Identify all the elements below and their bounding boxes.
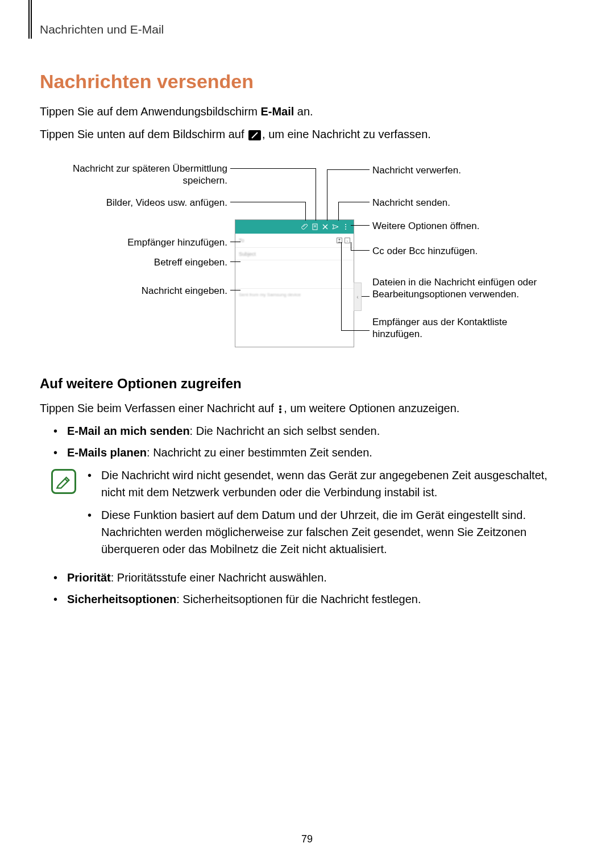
option-desc: : Prioritätsstufe einer Nachricht auswäh… xyxy=(111,571,327,584)
body-area xyxy=(235,260,354,289)
screen-mockup: To ⌄ Subject Sent from my Samsung device xyxy=(235,219,354,347)
svg-point-7 xyxy=(345,229,346,230)
subject-placeholder: Subject xyxy=(239,251,256,257)
svg-point-5 xyxy=(345,224,346,225)
leader-line xyxy=(351,242,351,250)
section-header: Nachrichten und E-Mail xyxy=(40,23,574,36)
option-desc: : Nachricht zu einer bestimmten Zeit sen… xyxy=(147,446,372,459)
to-row: To ⌄ xyxy=(235,234,354,248)
option-list-cont: Priorität: Prioritätsstufe einer Nachric… xyxy=(53,569,574,608)
leader-line xyxy=(327,169,370,170)
leader-line xyxy=(230,202,305,202)
text: Tippen Sie auf dem Anwendungsbildschirm xyxy=(40,105,260,118)
list-item: Priorität: Prioritätsstufe einer Nachric… xyxy=(53,569,574,586)
option-desc: : Die Nachricht an sich selbst senden. xyxy=(190,425,380,437)
text: Tippen Sie unten auf dem Bildschirm auf xyxy=(40,128,247,140)
leader-line xyxy=(351,250,370,251)
option-name: Sicherheitsoptionen xyxy=(67,593,176,605)
header-rule xyxy=(28,0,32,39)
note-item: Diese Funktion basiert auf dem Datum und… xyxy=(88,506,574,558)
list-item: E-Mail an mich senden: Die Nachricht an … xyxy=(53,422,574,439)
leader-line xyxy=(338,202,339,221)
note-list: Die Nachricht wird nicht gesendet, wenn … xyxy=(88,467,574,563)
signature: Sent from my Samsung device xyxy=(235,289,354,301)
svg-point-6 xyxy=(345,226,346,227)
subject-row: Subject xyxy=(235,248,354,260)
more-icon xyxy=(279,405,281,414)
page-number: 79 xyxy=(0,833,614,845)
option-name: Priorität xyxy=(67,571,111,584)
expand-icon: ⌄ xyxy=(345,238,350,243)
toolbar xyxy=(235,220,354,234)
list-item: Sicherheitsoptionen: Sicherheitsoptionen… xyxy=(53,591,574,608)
leader-line xyxy=(230,242,240,242)
compose-diagram: To ⌄ Subject Sent from my Samsung device… xyxy=(68,160,546,353)
option-list: E-Mail an mich senden: Die Nachricht an … xyxy=(53,422,574,461)
leader-line xyxy=(230,261,240,262)
leader-line xyxy=(351,225,370,226)
send-icon xyxy=(332,223,339,230)
leader-line xyxy=(316,168,316,221)
page-heading: Nachrichten versenden xyxy=(40,70,574,93)
side-tab: ‹ xyxy=(354,283,362,311)
leader-line xyxy=(327,169,327,221)
callout-body: Nachricht eingeben. xyxy=(68,285,227,297)
intro-paragraph-2: Tippen Sie unten auf dem Bildschirm auf … xyxy=(40,126,574,143)
leader-line xyxy=(230,290,240,290)
callout-contacts: Empfänger aus der Kontaktliste hinzufüge… xyxy=(372,316,543,340)
svg-point-8 xyxy=(338,239,340,240)
leader-line xyxy=(341,330,370,331)
compose-icon xyxy=(248,130,261,140)
leader-line xyxy=(230,168,316,169)
option-name: E-Mails planen xyxy=(67,446,147,459)
list-item: E-Mails planen: Nachricht zu einer besti… xyxy=(53,444,574,461)
more-icon xyxy=(342,223,349,230)
callout-cc: Cc oder Bcc hinzufügen. xyxy=(372,245,543,257)
option-name: E-Mail an mich senden xyxy=(67,425,190,437)
note-item: Die Nachricht wird nicht gesendet, wenn … xyxy=(88,467,574,501)
discard-icon xyxy=(322,223,329,230)
text: Tippen Sie beim Verfassen einer Nachrich… xyxy=(40,402,277,414)
save-icon xyxy=(312,223,318,230)
attach-icon xyxy=(301,223,308,230)
leader-line xyxy=(341,242,342,330)
callout-send: Nachricht senden. xyxy=(372,197,543,209)
subheading: Auf weitere Optionen zugreifen xyxy=(40,376,574,392)
callout-more: Weitere Optionen öffnen. xyxy=(372,220,543,232)
callout-save: Nachricht zur späteren Übermittlung spei… xyxy=(68,163,227,187)
callout-attach: Bilder, Videos usw. anfügen. xyxy=(68,197,227,209)
text: an. xyxy=(294,105,313,118)
access-paragraph: Tippen Sie beim Verfassen einer Nachrich… xyxy=(40,400,574,417)
note-icon xyxy=(51,469,76,494)
note-block: Die Nachricht wird nicht gesendet, wenn … xyxy=(51,467,574,563)
leader-line xyxy=(305,202,306,221)
to-placeholder: To xyxy=(239,238,244,243)
to-icons: ⌄ xyxy=(337,238,350,243)
text: , um eine Nachricht zu verfassen. xyxy=(262,128,431,140)
callout-insert: Dateien in die Nachricht einfügen oder B… xyxy=(372,276,543,301)
text: , um weitere Optionen anzuzeigen. xyxy=(284,402,459,414)
callout-discard: Nachricht verwerfen. xyxy=(372,164,543,176)
leader-line xyxy=(362,296,370,297)
leader-line xyxy=(338,202,370,202)
callout-to: Empfänger hinzufügen. xyxy=(68,236,227,248)
option-desc: : Sicherheitsoptionen für die Nachricht … xyxy=(176,593,421,605)
app-name: E-Mail xyxy=(260,105,294,118)
intro-paragraph-1: Tippen Sie auf dem Anwendungsbildschirm … xyxy=(40,103,574,120)
callout-subject: Betreff eingeben. xyxy=(68,256,227,268)
